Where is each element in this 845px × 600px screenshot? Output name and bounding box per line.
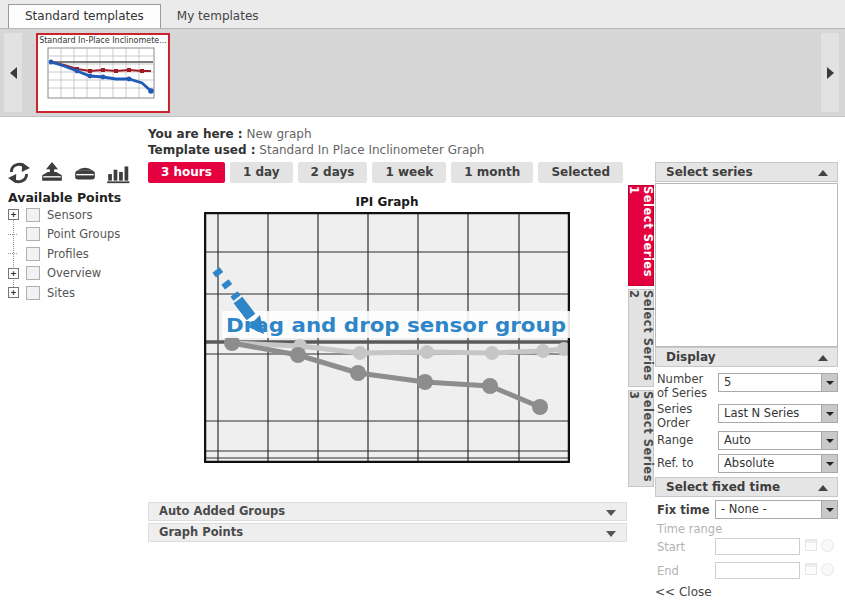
time-range-buttons: 3 hours 1 day 2 days 1 week 1 month Sele… bbox=[148, 162, 623, 183]
clock-icon bbox=[821, 539, 834, 552]
dropdown-arrow-icon[interactable] bbox=[821, 455, 837, 472]
carousel-scroll-left-button[interactable] bbox=[4, 33, 22, 112]
checkbox-sites[interactable] bbox=[26, 286, 40, 300]
series-list-box[interactable] bbox=[655, 183, 838, 347]
time-button-1-month[interactable]: 1 month bbox=[451, 162, 533, 183]
range-label: Range bbox=[657, 433, 717, 447]
number-of-series-select[interactable]: 5 bbox=[718, 373, 838, 392]
template-carousel: Standard In-Place Inclinomete... bbox=[0, 29, 845, 117]
clock-icon bbox=[821, 563, 834, 576]
template-tabbar: Standard templates My templates bbox=[0, 0, 845, 29]
tree-item-sites[interactable]: + Sites bbox=[8, 283, 138, 303]
print-icon[interactable] bbox=[73, 162, 97, 184]
checkbox-point-groups[interactable] bbox=[26, 227, 40, 241]
tree-item-sensors[interactable]: + Sensors bbox=[8, 205, 138, 225]
tree-item-label: Overview bbox=[47, 266, 101, 280]
graph-points-label: Graph Points bbox=[159, 525, 243, 539]
tab-my-templates[interactable]: My templates bbox=[161, 5, 275, 28]
select-series-header[interactable]: Select series bbox=[655, 162, 838, 182]
time-button-1-day[interactable]: 1 day bbox=[230, 162, 293, 183]
ref-to-select[interactable]: Absolute bbox=[718, 454, 838, 473]
you-are-here-value: New graph bbox=[246, 127, 311, 141]
time-button-1-week[interactable]: 1 week bbox=[372, 162, 446, 183]
time-button-3-hours[interactable]: 3 hours bbox=[148, 162, 225, 183]
tab-select-series-3[interactable]: Select Series 3 bbox=[628, 390, 654, 487]
export-icon[interactable] bbox=[40, 162, 64, 184]
range-value: Auto bbox=[719, 432, 821, 449]
series-order-value: Last N Series bbox=[719, 405, 821, 422]
auto-added-groups-header[interactable]: Auto Added Groups bbox=[148, 502, 627, 521]
start-date-input[interactable] bbox=[715, 538, 800, 555]
refresh-icon[interactable] bbox=[7, 162, 31, 184]
tree-item-label: Point Groups bbox=[47, 227, 120, 241]
series-order-label: Series Order bbox=[657, 402, 717, 430]
tab-standard-templates[interactable]: Standard templates bbox=[8, 4, 161, 28]
number-of-series-label: Number of Series bbox=[657, 372, 717, 400]
select-fixed-time-label: Select fixed time bbox=[666, 480, 780, 494]
carousel-scroll-right-button[interactable] bbox=[821, 33, 839, 112]
graph-plot-area[interactable]: Drag and drop sensor group bbox=[204, 212, 570, 466]
display-header[interactable]: Display bbox=[655, 347, 838, 367]
tree-branch-dash bbox=[8, 229, 19, 240]
end-date-input[interactable] bbox=[715, 562, 800, 579]
you-are-here-label: You are here : bbox=[148, 127, 243, 141]
dropdown-arrow-icon[interactable] bbox=[821, 501, 837, 518]
tree-item-label: Sensors bbox=[47, 208, 92, 222]
graph-template-window: Standard templates My templates Standard… bbox=[0, 0, 845, 600]
graph-points-header[interactable]: Graph Points bbox=[148, 523, 627, 542]
fix-time-label: Fix time bbox=[657, 503, 717, 517]
calendar-icon bbox=[805, 539, 817, 551]
expand-plus-icon[interactable]: + bbox=[8, 268, 19, 279]
auto-added-groups-label: Auto Added Groups bbox=[159, 504, 285, 518]
tab-select-series-1[interactable]: Select Series 1 bbox=[628, 185, 654, 286]
chevron-up-icon bbox=[818, 355, 828, 361]
dropdown-arrow-icon[interactable] bbox=[821, 374, 837, 391]
tree-item-label: Sites bbox=[47, 286, 75, 300]
bar-chart-icon[interactable] bbox=[106, 162, 130, 184]
checkbox-sensors[interactable] bbox=[26, 208, 40, 222]
series-order-select[interactable]: Last N Series bbox=[718, 404, 838, 423]
tab-select-series-2[interactable]: Select Series 2 bbox=[628, 289, 654, 387]
breadcrumb: You are here : New graph Template used :… bbox=[148, 126, 484, 158]
ref-to-value: Absolute bbox=[719, 455, 821, 472]
expand-plus-icon[interactable]: + bbox=[8, 287, 19, 298]
template-thumbnail-chart bbox=[47, 45, 159, 103]
display-header-label: Display bbox=[666, 350, 715, 364]
arrow-left-icon bbox=[10, 67, 17, 79]
tree-item-profiles[interactable]: Profiles bbox=[8, 244, 138, 264]
fix-time-value: - None - bbox=[716, 501, 821, 518]
fix-time-select[interactable]: - None - bbox=[715, 500, 838, 519]
start-label: Start bbox=[657, 540, 717, 554]
time-button-selected[interactable]: Selected bbox=[538, 162, 623, 183]
arrow-right-icon bbox=[827, 67, 834, 79]
number-of-series-value: 5 bbox=[719, 374, 821, 391]
tree-branch-dash bbox=[8, 248, 19, 259]
time-button-2-days[interactable]: 2 days bbox=[298, 162, 368, 183]
chevron-down-icon bbox=[606, 510, 616, 516]
range-select[interactable]: Auto bbox=[718, 431, 838, 450]
dropdown-arrow-icon[interactable] bbox=[821, 432, 837, 449]
checkbox-overview[interactable] bbox=[26, 266, 40, 280]
expand-plus-icon[interactable]: + bbox=[8, 209, 19, 220]
end-label: End bbox=[657, 564, 717, 578]
template-used-value: Standard In Place Inclinometer Graph bbox=[259, 143, 484, 157]
close-link[interactable]: << Close bbox=[655, 585, 712, 599]
dropdown-arrow-icon[interactable] bbox=[821, 405, 837, 422]
available-points-tree: + Sensors Point Groups Profiles + Overvi… bbox=[8, 205, 138, 303]
calendar-icon bbox=[805, 563, 817, 575]
select-fixed-time-header[interactable]: Select fixed time bbox=[655, 477, 838, 497]
chevron-down-icon bbox=[606, 531, 616, 537]
template-used-label: Template used : bbox=[148, 143, 255, 157]
time-range-label: Time range bbox=[657, 522, 747, 536]
checkbox-profiles[interactable] bbox=[26, 247, 40, 261]
template-thumbnail-caption: Standard In-Place Inclinomete... bbox=[38, 36, 168, 45]
tree-item-point-groups[interactable]: Point Groups bbox=[8, 225, 138, 245]
select-series-header-label: Select series bbox=[666, 165, 753, 179]
template-thumbnail-selected[interactable]: Standard In-Place Inclinomete... bbox=[36, 33, 170, 113]
chevron-up-icon bbox=[818, 485, 828, 491]
available-points-title: Available Points bbox=[8, 190, 121, 205]
chart-title: IPI Graph bbox=[204, 195, 570, 209]
chevron-up-icon bbox=[818, 170, 828, 176]
tree-item-label: Profiles bbox=[47, 247, 89, 261]
tree-item-overview[interactable]: + Overview bbox=[8, 264, 138, 284]
